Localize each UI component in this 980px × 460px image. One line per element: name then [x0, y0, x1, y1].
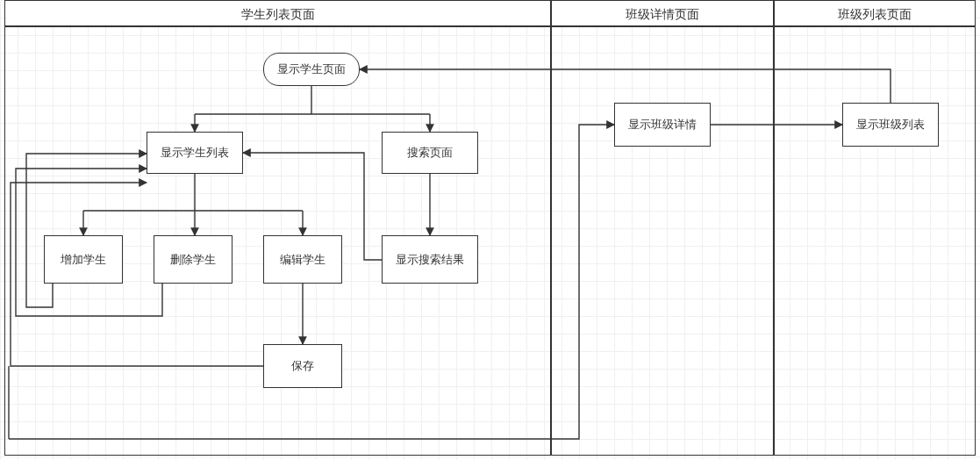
diagram-canvas: 学生列表页面 班级详情页面 班级列表页面 显示学生页面 显示学生列表 搜索页面 … — [0, 0, 980, 460]
node-show-class-list-label: 显示班级列表 — [856, 117, 925, 133]
node-delete-student-label: 删除学生 — [170, 252, 216, 268]
lane-header-class-list: 班级列表页面 — [774, 0, 976, 26]
node-show-student-list[interactable]: 显示学生列表 — [147, 132, 243, 174]
node-save[interactable]: 保存 — [263, 344, 342, 388]
edges-layer — [0, 0, 980, 460]
node-show-class-detail[interactable]: 显示班级详情 — [614, 103, 711, 147]
lane-header-student-label: 学生列表页面 — [241, 7, 315, 21]
node-show-search-result-label: 显示搜索结果 — [396, 252, 464, 268]
lane-header-class-detail-label: 班级详情页面 — [626, 7, 699, 21]
node-add-student-label: 增加学生 — [61, 252, 106, 268]
node-edit-student[interactable]: 编辑学生 — [263, 235, 342, 284]
lane-header-class-list-label: 班级列表页面 — [838, 7, 912, 21]
node-edit-student-label: 编辑学生 — [280, 252, 325, 268]
node-show-student-list-label: 显示学生列表 — [161, 145, 229, 161]
node-save-label: 保存 — [291, 358, 314, 374]
lane-body-class-detail — [551, 26, 774, 456]
node-add-student[interactable]: 增加学生 — [44, 235, 123, 284]
node-delete-student[interactable]: 删除学生 — [154, 235, 232, 284]
lane-header-student: 学生列表页面 — [4, 0, 551, 26]
node-show-class-detail-label: 显示班级详情 — [628, 117, 697, 133]
node-search-page-label: 搜索页面 — [407, 145, 453, 161]
node-search-page[interactable]: 搜索页面 — [382, 132, 478, 174]
lane-header-class-detail: 班级详情页面 — [551, 0, 774, 26]
lane-body-class-list — [774, 26, 976, 456]
node-show-search-result[interactable]: 显示搜索结果 — [382, 235, 478, 284]
node-show-student-page-label: 显示学生页面 — [277, 61, 346, 77]
node-show-class-list[interactable]: 显示班级列表 — [842, 103, 939, 147]
node-show-student-page[interactable]: 显示学生页面 — [263, 53, 360, 86]
